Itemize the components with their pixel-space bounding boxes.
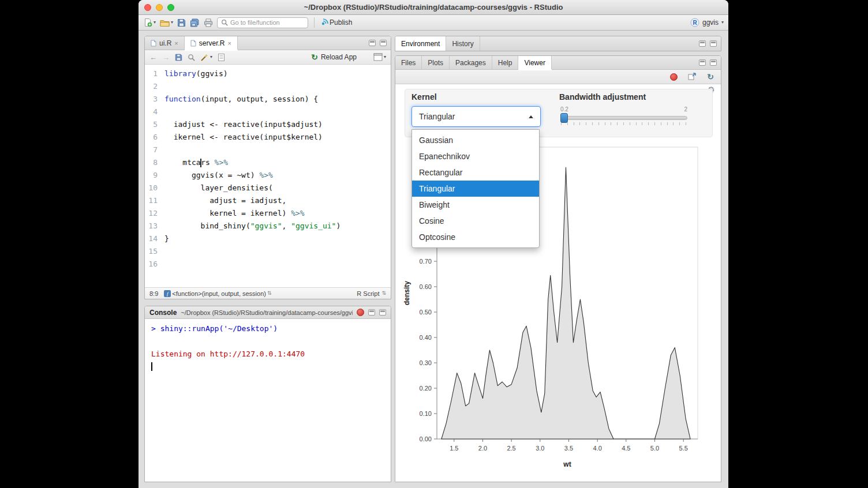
minimize-window-button[interactable] [156, 4, 163, 11]
source-tabbar: ui.R × server.R × [145, 36, 391, 50]
minimize-pane-button[interactable] [699, 59, 706, 66]
x-axis-title: wt [563, 460, 571, 468]
file-type-selector[interactable]: R Script ⇅ [357, 290, 386, 297]
kernel-option[interactable]: Cosine [412, 213, 539, 229]
code-line[interactable]: 3function(input, output, session) { [145, 93, 391, 106]
open-file-button[interactable]: ▾ [160, 18, 173, 27]
slider-handle[interactable] [560, 113, 568, 123]
tab-label: ui.R [159, 39, 171, 47]
code-line[interactable]: 1library(ggvis) [145, 67, 391, 80]
tab-label: Viewer [524, 59, 545, 67]
open-folder-icon [160, 18, 170, 27]
code-tools-button[interactable]: ▾ [200, 53, 212, 62]
bandwidth-control: Bandwidth adjustment 0.2 2 [559, 92, 689, 132]
compile-report-icon[interactable] [218, 53, 225, 62]
goto-file-input[interactable] [230, 19, 304, 26]
kernel-option[interactable]: Gaussian [412, 132, 539, 148]
editor-toolbar: ← → ▾ ↻ Reload App [145, 50, 391, 65]
line-number: 6 [145, 131, 164, 144]
code-line[interactable]: 5 iadjust <- reactive(input$adjust) [145, 118, 391, 131]
code-line[interactable]: 2 [145, 80, 391, 93]
scope-selector[interactable]: f <function>(input, output, session) ⇅ [164, 290, 271, 297]
reload-app-button[interactable]: ↻ Reload App [311, 53, 357, 61]
svg-text:2.0: 2.0 [478, 445, 487, 452]
tab-label: History [452, 40, 473, 48]
minimize-pane-button[interactable] [368, 309, 375, 316]
code-line[interactable]: 8 mtcars %>% [145, 156, 391, 169]
interrupt-r-button[interactable] [357, 309, 364, 316]
tab-environment[interactable]: Environment [395, 36, 446, 51]
print-button[interactable] [204, 18, 213, 27]
console-output[interactable]: > shiny::runApp('~/Desktop')Listening on… [145, 319, 391, 482]
code-line[interactable]: 13 bind_shiny("ggvis", "ggvis_ui") [145, 220, 391, 232]
maximize-pane-button[interactable] [379, 309, 386, 316]
kernel-option[interactable]: Triangular [412, 181, 539, 197]
save-all-button[interactable] [190, 18, 200, 27]
tab-help[interactable]: Help [492, 56, 519, 69]
kernel-dropdown-list: GaussianEpanechnikovRectangularTriangula… [411, 129, 540, 248]
line-number: 16 [145, 258, 164, 271]
close-tab-icon[interactable]: × [227, 40, 231, 47]
tab-server-r[interactable]: server.R × [185, 36, 238, 50]
screen: ~/Dropbox (RStudio)/RStudio/training/dat… [0, 0, 868, 488]
reload-app-label: Reload App [321, 53, 357, 61]
kernel-select[interactable]: Triangular [411, 106, 541, 127]
tab-history[interactable]: History [446, 36, 480, 51]
minimize-pane-button[interactable] [699, 40, 706, 47]
goto-file-search[interactable] [217, 17, 308, 28]
main-toolbar: ▾ ▾ Publish [139, 15, 728, 31]
publish-button[interactable]: Publish [320, 18, 352, 27]
maximize-pane-button[interactable] [710, 40, 717, 47]
code-line[interactable]: 12 kernel = ikernel) %>% [145, 207, 391, 220]
code-line[interactable]: 11 adjust = iadjust, [145, 194, 391, 207]
svg-text:0.50: 0.50 [420, 309, 432, 316]
tab-viewer[interactable]: Viewer [518, 56, 551, 69]
slider-track[interactable] [560, 116, 687, 120]
console-text-cursor [151, 362, 152, 371]
find-replace-icon[interactable] [188, 54, 195, 61]
stop-app-button[interactable] [670, 73, 678, 81]
kernel-option[interactable]: Rectangular [412, 164, 539, 181]
code-line[interactable]: 10 layer_densities( [145, 182, 391, 194]
kernel-option[interactable]: Optcosine [412, 229, 539, 245]
line-number: 8 [145, 156, 164, 169]
tab-packages[interactable]: Packages [450, 56, 492, 69]
new-file-button[interactable]: ▾ [143, 18, 156, 27]
kernel-option[interactable]: Epanechnikov [412, 148, 539, 164]
tab-files[interactable]: Files [395, 56, 422, 69]
save-button[interactable] [177, 18, 186, 27]
maximize-pane-button[interactable] [380, 40, 387, 46]
console-line: Listening on http://127.0.0.1:4470 [151, 348, 384, 361]
line-number: 12 [145, 207, 164, 220]
code-editor[interactable]: 1library(ggvis)23function(input, output,… [145, 65, 391, 287]
close-window-button[interactable] [144, 4, 151, 11]
code-line[interactable]: 14} [145, 232, 391, 245]
tab-plots[interactable]: Plots [422, 56, 450, 69]
tab-label: Files [401, 59, 416, 67]
save-icon[interactable] [175, 54, 182, 61]
code-line[interactable]: 4 [145, 106, 391, 118]
y-axis-title: density [403, 281, 411, 305]
maximize-pane-button[interactable] [710, 59, 717, 66]
code-line[interactable]: 7 [145, 144, 391, 156]
fullscreen-window-button[interactable] [167, 4, 174, 11]
reload-icon: ↻ [311, 53, 318, 61]
line-number: 15 [145, 245, 164, 258]
kernel-option[interactable]: Biweight [412, 197, 539, 213]
back-icon[interactable]: ← [149, 54, 157, 61]
code-line[interactable]: 15 [145, 245, 391, 258]
source-menu-button[interactable]: ▾ [373, 53, 386, 61]
close-tab-icon[interactable]: × [174, 40, 178, 47]
open-in-new-window-icon[interactable] [688, 73, 697, 81]
project-menu[interactable]: R ggvis ▾ [690, 18, 724, 27]
tab-ui-r[interactable]: ui.R × [145, 36, 185, 50]
svg-text:5.5: 5.5 [679, 445, 688, 452]
environment-pane: Environment History [395, 36, 721, 51]
line-number: 13 [145, 220, 164, 232]
code-line[interactable]: 6 ikernel <- reactive(input$kernel) [145, 131, 391, 144]
forward-icon[interactable]: → [162, 54, 170, 61]
refresh-icon[interactable]: ↻ [707, 73, 714, 81]
code-line[interactable]: 16 [145, 258, 391, 271]
code-line[interactable]: 9 ggvis(x = ~wt) %>% [145, 169, 391, 182]
minimize-pane-button[interactable] [369, 40, 376, 46]
